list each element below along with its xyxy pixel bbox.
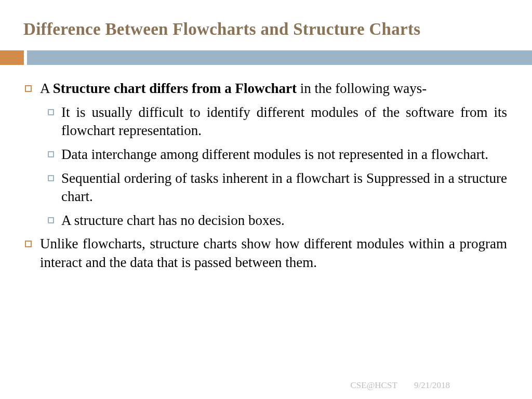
content-area: A Structure chart differs from a Flowcha… [0,65,532,272]
footer-source: CSE@HCST [351,380,397,390]
list-item: Sequential ordering of tasks inherent in… [48,169,507,206]
list-item: Data interchange among different modules… [48,145,507,164]
footer-date: 9/21/2018 [414,380,450,390]
accent-blue-bar [27,50,532,65]
bullet-icon [48,109,54,115]
bullet-icon [48,151,54,157]
bullet-icon [25,241,32,247]
list-item: A structure chart has no decision boxes. [48,211,507,230]
footer: CSE@HCST 9/21/2018 [351,380,465,391]
accent-orange-block [0,50,24,65]
list-text: Sequential ordering of tasks inherent in… [61,169,507,206]
list-text: It is usually difficult to identify diff… [61,103,507,140]
list-text: Data interchange among different modules… [61,145,507,164]
list-item: A Structure chart differs from a Flowcha… [25,79,507,98]
list-text: Unlike flowcharts, structure charts show… [40,235,507,272]
list-text: A Structure chart differs from a Flowcha… [40,79,507,98]
list-item: Unlike flowcharts, structure charts show… [25,235,507,272]
bullet-icon [48,175,54,181]
bullet-icon [48,217,54,223]
slide-title: Difference Between Flowcharts and Struct… [0,0,532,39]
list-item: It is usually difficult to identify diff… [48,103,507,140]
bullet-icon [25,85,32,92]
list-text: A structure chart has no decision boxes. [61,211,507,230]
accent-bar [0,50,532,65]
